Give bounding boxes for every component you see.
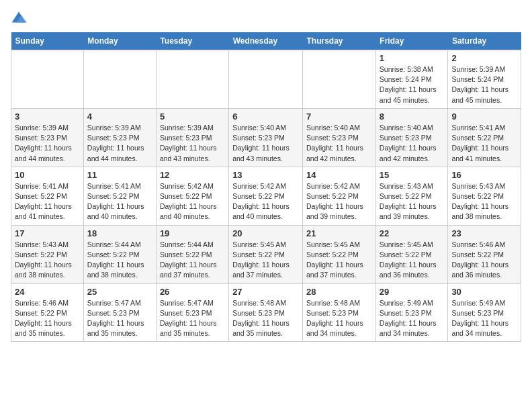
calendar-cell: 11Sunrise: 5:41 AM Sunset: 5:22 PM Dayli… — [83, 167, 156, 225]
calendar-cell: 15Sunrise: 5:43 AM Sunset: 5:22 PM Dayli… — [375, 167, 448, 225]
day-info: Sunrise: 5:42 AM Sunset: 5:22 PM Dayligh… — [306, 181, 372, 222]
calendar-day-header: Friday — [375, 32, 448, 50]
calendar-cell — [11, 50, 84, 109]
calendar-cell: 27Sunrise: 5:48 AM Sunset: 5:23 PM Dayli… — [229, 283, 303, 342]
calendar-cell: 19Sunrise: 5:44 AM Sunset: 5:22 PM Dayli… — [156, 225, 228, 283]
day-number: 26 — [160, 287, 225, 297]
day-info: Sunrise: 5:44 AM Sunset: 5:22 PM Dayligh… — [160, 240, 225, 281]
calendar-week-row: 1Sunrise: 5:38 AM Sunset: 5:24 PM Daylig… — [11, 50, 521, 109]
day-info: Sunrise: 5:42 AM Sunset: 5:22 PM Dayligh… — [160, 181, 225, 222]
calendar-cell: 30Sunrise: 5:49 AM Sunset: 5:23 PM Dayli… — [448, 283, 521, 342]
calendar-table: SundayMondayTuesdayWednesdayThursdayFrid… — [11, 32, 521, 342]
calendar-day-header: Wednesday — [229, 32, 303, 50]
day-info: Sunrise: 5:44 AM Sunset: 5:22 PM Dayligh… — [87, 240, 152, 281]
calendar-cell: 26Sunrise: 5:47 AM Sunset: 5:23 PM Dayli… — [156, 283, 228, 342]
day-number: 18 — [87, 228, 152, 238]
calendar-cell: 13Sunrise: 5:42 AM Sunset: 5:22 PM Dayli… — [229, 167, 303, 225]
calendar-cell: 25Sunrise: 5:47 AM Sunset: 5:23 PM Dayli… — [83, 283, 156, 342]
day-number: 20 — [232, 228, 299, 238]
day-number: 11 — [87, 170, 152, 180]
day-info: Sunrise: 5:43 AM Sunset: 5:22 PM Dayligh… — [380, 181, 445, 222]
day-info: Sunrise: 5:49 AM Sunset: 5:23 PM Dayligh… — [451, 298, 517, 339]
day-number: 19 — [160, 228, 225, 238]
calendar-cell: 28Sunrise: 5:48 AM Sunset: 5:23 PM Dayli… — [303, 283, 376, 342]
day-info: Sunrise: 5:49 AM Sunset: 5:23 PM Dayligh… — [380, 298, 445, 339]
calendar-cell: 24Sunrise: 5:46 AM Sunset: 5:22 PM Dayli… — [11, 283, 84, 342]
calendar-cell — [156, 50, 228, 109]
day-number: 4 — [87, 111, 152, 122]
calendar-day-header: Monday — [83, 32, 156, 50]
calendar-cell: 20Sunrise: 5:45 AM Sunset: 5:22 PM Dayli… — [229, 225, 303, 283]
calendar-day-header: Tuesday — [156, 32, 228, 50]
page-header — [11, 11, 521, 27]
calendar-cell — [229, 50, 303, 109]
day-info: Sunrise: 5:47 AM Sunset: 5:23 PM Dayligh… — [87, 298, 152, 339]
day-number: 22 — [380, 228, 445, 238]
logo — [11, 11, 30, 27]
day-info: Sunrise: 5:47 AM Sunset: 5:23 PM Dayligh… — [160, 298, 225, 339]
calendar-week-row: 10Sunrise: 5:41 AM Sunset: 5:22 PM Dayli… — [11, 167, 521, 225]
day-info: Sunrise: 5:39 AM Sunset: 5:23 PM Dayligh… — [15, 123, 80, 164]
calendar-cell: 14Sunrise: 5:42 AM Sunset: 5:22 PM Dayli… — [303, 167, 376, 225]
day-info: Sunrise: 5:43 AM Sunset: 5:22 PM Dayligh… — [451, 181, 517, 222]
calendar-cell: 2Sunrise: 5:39 AM Sunset: 5:24 PM Daylig… — [448, 50, 521, 109]
calendar-cell: 12Sunrise: 5:42 AM Sunset: 5:22 PM Dayli… — [156, 167, 228, 225]
day-number: 14 — [306, 170, 372, 180]
day-info: Sunrise: 5:43 AM Sunset: 5:22 PM Dayligh… — [15, 240, 80, 281]
calendar-cell: 16Sunrise: 5:43 AM Sunset: 5:22 PM Dayli… — [448, 167, 521, 225]
day-number: 17 — [15, 228, 80, 238]
calendar-week-row: 17Sunrise: 5:43 AM Sunset: 5:22 PM Dayli… — [11, 225, 521, 283]
day-info: Sunrise: 5:39 AM Sunset: 5:24 PM Dayligh… — [451, 64, 517, 105]
day-number: 3 — [15, 111, 80, 122]
day-number: 12 — [160, 170, 225, 180]
day-number: 16 — [451, 170, 517, 180]
day-info: Sunrise: 5:45 AM Sunset: 5:22 PM Dayligh… — [232, 240, 299, 281]
calendar-cell: 8Sunrise: 5:40 AM Sunset: 5:23 PM Daylig… — [375, 108, 448, 167]
calendar-cell: 18Sunrise: 5:44 AM Sunset: 5:22 PM Dayli… — [83, 225, 156, 283]
calendar-cell: 3Sunrise: 5:39 AM Sunset: 5:23 PM Daylig… — [11, 108, 84, 167]
day-info: Sunrise: 5:46 AM Sunset: 5:22 PM Dayligh… — [451, 240, 517, 281]
day-info: Sunrise: 5:39 AM Sunset: 5:23 PM Dayligh… — [160, 123, 225, 164]
day-info: Sunrise: 5:42 AM Sunset: 5:22 PM Dayligh… — [232, 181, 299, 222]
calendar-day-header: Saturday — [448, 32, 521, 50]
day-number: 5 — [160, 111, 225, 122]
day-info: Sunrise: 5:45 AM Sunset: 5:22 PM Dayligh… — [306, 240, 372, 281]
calendar-day-header: Thursday — [303, 32, 376, 50]
day-info: Sunrise: 5:41 AM Sunset: 5:22 PM Dayligh… — [87, 181, 152, 222]
calendar-cell: 10Sunrise: 5:41 AM Sunset: 5:22 PM Dayli… — [11, 167, 84, 225]
day-number: 15 — [380, 170, 445, 180]
day-info: Sunrise: 5:39 AM Sunset: 5:23 PM Dayligh… — [87, 123, 152, 164]
day-number: 28 — [306, 287, 372, 297]
day-number: 7 — [306, 111, 372, 122]
day-info: Sunrise: 5:46 AM Sunset: 5:22 PM Dayligh… — [15, 298, 80, 339]
day-info: Sunrise: 5:41 AM Sunset: 5:22 PM Dayligh… — [15, 181, 80, 222]
calendar-day-header: Sunday — [11, 32, 84, 50]
calendar-cell: 29Sunrise: 5:49 AM Sunset: 5:23 PM Dayli… — [375, 283, 448, 342]
calendar-cell: 21Sunrise: 5:45 AM Sunset: 5:22 PM Dayli… — [303, 225, 376, 283]
day-number: 25 — [87, 287, 152, 297]
calendar-cell: 22Sunrise: 5:45 AM Sunset: 5:22 PM Dayli… — [375, 225, 448, 283]
calendar-week-row: 24Sunrise: 5:46 AM Sunset: 5:22 PM Dayli… — [11, 283, 521, 342]
day-info: Sunrise: 5:40 AM Sunset: 5:23 PM Dayligh… — [306, 123, 372, 164]
calendar-header-row: SundayMondayTuesdayWednesdayThursdayFrid… — [11, 32, 521, 50]
calendar-cell: 7Sunrise: 5:40 AM Sunset: 5:23 PM Daylig… — [303, 108, 376, 167]
day-number: 6 — [232, 111, 299, 122]
day-info: Sunrise: 5:40 AM Sunset: 5:23 PM Dayligh… — [380, 123, 445, 164]
day-number: 21 — [306, 228, 372, 238]
day-info: Sunrise: 5:48 AM Sunset: 5:23 PM Dayligh… — [232, 298, 299, 339]
day-number: 30 — [451, 287, 517, 297]
calendar-cell: 23Sunrise: 5:46 AM Sunset: 5:22 PM Dayli… — [448, 225, 521, 283]
day-number: 10 — [15, 170, 80, 180]
calendar-cell: 17Sunrise: 5:43 AM Sunset: 5:22 PM Dayli… — [11, 225, 84, 283]
calendar-cell: 6Sunrise: 5:40 AM Sunset: 5:23 PM Daylig… — [229, 108, 303, 167]
day-info: Sunrise: 5:48 AM Sunset: 5:23 PM Dayligh… — [306, 298, 372, 339]
calendar-cell: 5Sunrise: 5:39 AM Sunset: 5:23 PM Daylig… — [156, 108, 228, 167]
day-number: 29 — [380, 287, 445, 297]
day-info: Sunrise: 5:41 AM Sunset: 5:22 PM Dayligh… — [451, 123, 517, 164]
calendar-cell: 9Sunrise: 5:41 AM Sunset: 5:22 PM Daylig… — [448, 108, 521, 167]
calendar-cell — [303, 50, 376, 109]
day-number: 13 — [232, 170, 299, 180]
calendar-cell: 4Sunrise: 5:39 AM Sunset: 5:23 PM Daylig… — [83, 108, 156, 167]
calendar-week-row: 3Sunrise: 5:39 AM Sunset: 5:23 PM Daylig… — [11, 108, 521, 167]
day-number: 24 — [15, 287, 80, 297]
